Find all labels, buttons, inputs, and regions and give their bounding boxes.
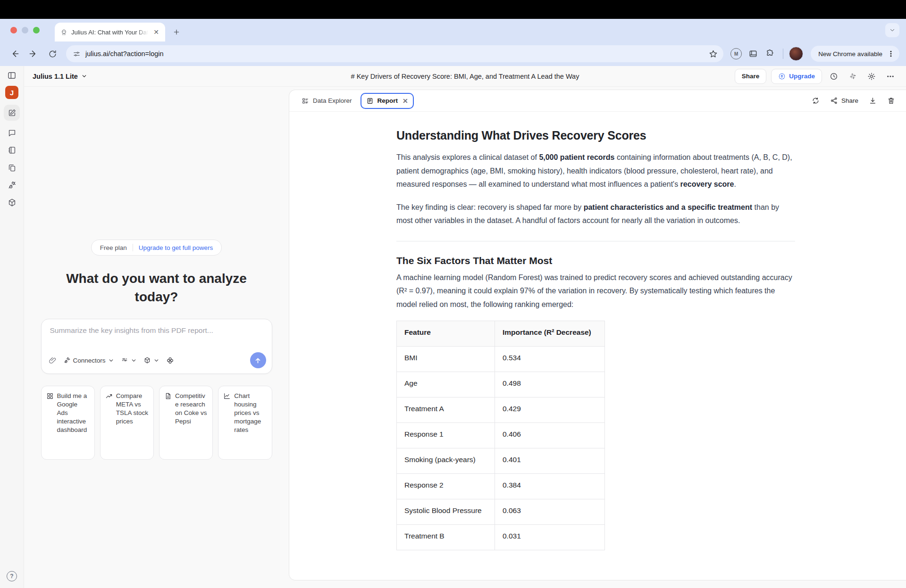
julius-app: J ? Julius 1.1 Lite # Key Drivers of [0, 66, 906, 588]
panel-tab-bar: Data Explorer Report ✕ [289, 90, 906, 112]
data-explorer-icon [302, 97, 309, 105]
table-row: Smoking (pack-years)0.401 [397, 448, 605, 474]
report-section-title: The Six Factors That Matter Most [396, 255, 795, 266]
notebook-icon[interactable] [6, 144, 17, 156]
share-report-button[interactable]: Share [827, 94, 862, 108]
toggle-sidebar-icon[interactable] [6, 70, 17, 81]
suggestion-label: Build me a Google Ads interactive dashbo… [57, 392, 90, 434]
extensions-puzzle-icon[interactable] [763, 47, 777, 61]
delete-button[interactable] [884, 94, 898, 108]
share-icon [830, 97, 838, 105]
column-feature: Feature [397, 321, 495, 347]
attach-paperclip-icon[interactable] [49, 356, 57, 364]
report-icon [366, 97, 374, 105]
suggestion-stocks[interactable]: Compare META vs TSLA stock prices [100, 386, 154, 460]
browser-menu-icon[interactable] [887, 50, 895, 58]
connectors-label: Connectors [73, 357, 106, 364]
new-chat-icon[interactable] [4, 105, 20, 121]
column-importance: Importance (R² Decrease) [495, 321, 605, 347]
document-icon [164, 392, 172, 400]
chat-history-icon[interactable] [6, 127, 17, 138]
workspace-cube-icon[interactable] [6, 197, 17, 208]
icon-rail: J ? [0, 66, 24, 588]
reload-button[interactable] [44, 46, 60, 62]
model-selector[interactable]: Julius 1.1 Lite [33, 73, 87, 80]
macos-menubar [0, 0, 906, 19]
suggestion-research[interactable]: Competitive research on Coke vs Pepsi [159, 386, 213, 460]
header-actions: Share Upgrade [735, 69, 898, 84]
suggestion-cards: Build me a Google Ads interactive dashbo… [41, 386, 272, 460]
upgrade-link[interactable]: Upgrade to get full powers [139, 244, 213, 251]
chevron-down-icon [108, 357, 114, 364]
table-row: Response 10.406 [397, 423, 605, 448]
model-mode-dropdown[interactable] [143, 356, 159, 364]
extension-card-icon[interactable] [746, 47, 760, 61]
chat-panel: Free plan Upgrade to get full powers Wha… [24, 87, 289, 588]
trash-icon [887, 97, 895, 105]
download-button[interactable] [865, 94, 880, 108]
favicon [60, 29, 67, 36]
plan-label: Free plan [100, 244, 127, 251]
plan-banner: Free plan Upgrade to get full powers [91, 240, 222, 256]
forward-button[interactable] [25, 46, 42, 62]
report-paragraph-3: A machine learning model (Random Forest)… [396, 271, 795, 312]
settings-gear-icon[interactable] [864, 69, 879, 83]
close-report-tab-icon[interactable]: ✕ [403, 97, 408, 105]
table-row: Systolic Blood Pressure0.063 [397, 499, 605, 525]
profile-avatar[interactable] [789, 47, 803, 61]
suggestion-dashboard[interactable]: Build me a Google Ads interactive dashbo… [41, 386, 95, 460]
table-header-row: Feature Importance (R² Decrease) [397, 321, 605, 347]
table-row: Response 20.384 [397, 474, 605, 499]
history-clock-icon[interactable] [827, 69, 841, 83]
app-header: Julius 1.1 Lite # Key Drivers of Recover… [24, 66, 906, 87]
plug-icon [63, 356, 71, 364]
site-settings-icon[interactable] [73, 50, 81, 58]
bookmark-star-icon[interactable] [709, 50, 718, 58]
settings-dropdown[interactable] [121, 356, 137, 364]
report-paragraph-2: The key finding is clear: recovery is sh… [396, 201, 795, 228]
chrome-update-pill[interactable]: New Chrome available [811, 46, 899, 62]
minimize-window-button[interactable] [22, 27, 28, 33]
chrome-update-label: New Chrome available [818, 50, 882, 58]
feature-importance-table: Feature Importance (R² Decrease) BMI0.53… [396, 321, 605, 550]
report-body[interactable]: Understanding What Drives Recovery Score… [289, 112, 906, 580]
chevron-down-icon [131, 357, 137, 364]
julius-logo[interactable]: J [5, 86, 18, 99]
suggestion-housing[interactable]: Chart housing prices vs mortgage rates [218, 386, 272, 460]
upgrade-button[interactable]: Upgrade [771, 69, 822, 84]
connectors-dropdown[interactable]: Connectors [63, 356, 114, 364]
new-tab-button[interactable] [170, 25, 183, 39]
content-row: Free plan Upgrade to get full powers Wha… [24, 87, 906, 588]
close-window-button[interactable] [10, 27, 17, 33]
tab-data-explorer[interactable]: Data Explorer [297, 97, 357, 105]
send-button[interactable] [250, 352, 266, 368]
tab-close-icon[interactable]: ✕ [152, 28, 160, 36]
report-title: Understanding What Drives Recovery Score… [396, 129, 795, 142]
main-area: Julius 1.1 Lite # Key Drivers of Recover… [24, 66, 906, 588]
tab-report[interactable]: Report ✕ [361, 93, 414, 109]
prompt-input[interactable] [42, 319, 272, 347]
extension-m-icon[interactable]: M [729, 47, 743, 61]
more-options-icon[interactable] [883, 69, 898, 83]
tab-search-button[interactable] [885, 23, 899, 37]
connectors-icon[interactable] [6, 179, 17, 190]
files-icon[interactable] [6, 162, 17, 173]
sliders-icon [121, 356, 128, 364]
refresh-button[interactable] [808, 94, 823, 108]
browser-tab[interactable]: Julius AI: Chat with Your Data ✕ [55, 23, 165, 41]
apps-knot-icon[interactable] [166, 356, 174, 364]
browser-tabstrip: Julius AI: Chat with Your Data ✕ [0, 19, 906, 41]
help-icon[interactable]: ? [7, 571, 17, 581]
section-divider [396, 241, 795, 241]
slack-icon[interactable] [846, 69, 860, 83]
pill-divider [133, 244, 133, 251]
address-bar[interactable]: julius.ai/chat?action=login [66, 45, 723, 62]
arrow-up-icon [254, 356, 262, 364]
browser-toolbar: julius.ai/chat?action=login M New Chrome… [0, 41, 906, 66]
share-button[interactable]: Share [735, 69, 767, 84]
table-row: Age0.498 [397, 372, 605, 398]
model-name: Julius 1.1 Lite [33, 73, 78, 80]
zoom-window-button[interactable] [33, 27, 40, 33]
dashboard-icon [46, 392, 54, 400]
back-button[interactable] [7, 46, 23, 62]
